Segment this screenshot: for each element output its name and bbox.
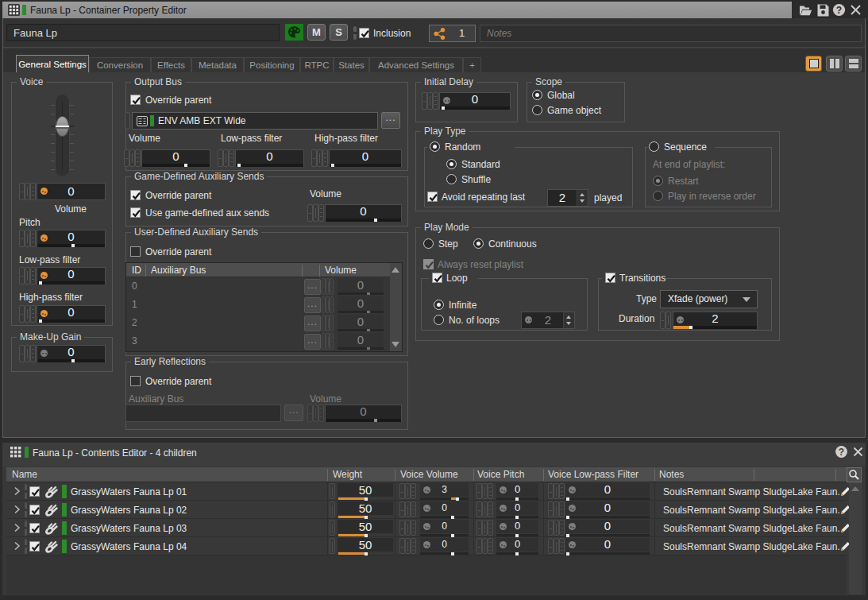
svg-text:?: ? (836, 5, 842, 16)
svg-text:?: ? (839, 447, 844, 458)
